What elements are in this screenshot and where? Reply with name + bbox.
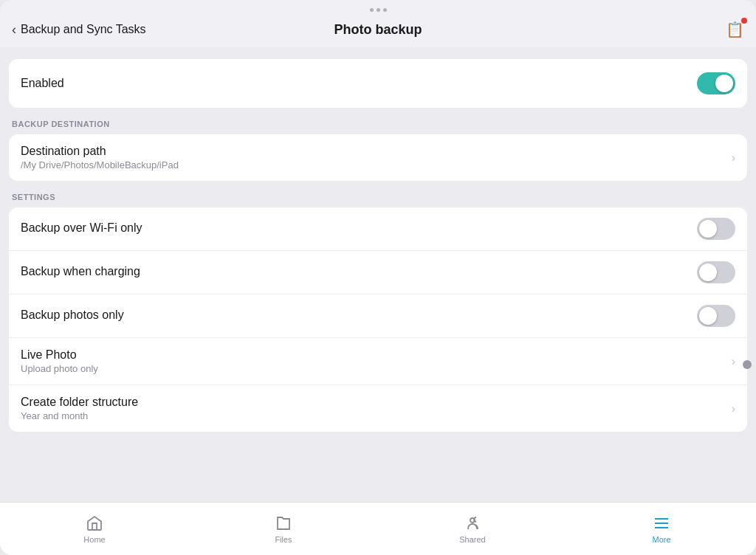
live-photo-content: Live Photo Upload photo only: [21, 348, 726, 374]
photos-only-row: Backup photos only: [9, 294, 747, 338]
wifi-only-toggle-thumb: [699, 220, 717, 238]
nav-more-label: More: [652, 535, 670, 544]
folder-structure-content: Create folder structure Year and month: [21, 396, 726, 421]
folder-structure-subtitle: Year and month: [21, 410, 726, 421]
nav-files-label: Files: [275, 535, 292, 544]
enabled-toggle[interactable]: [697, 72, 735, 94]
nav-item-files[interactable]: Files: [189, 509, 378, 550]
nav-item-shared[interactable]: Shared: [378, 509, 567, 550]
nav-home-label: Home: [83, 535, 105, 544]
settings-card: Backup over Wi-Fi only Backup when charg…: [9, 207, 747, 432]
nav-shared-label: Shared: [459, 535, 485, 544]
charging-content: Backup when charging: [21, 265, 697, 280]
photos-only-toggle[interactable]: [697, 305, 735, 327]
dot-1: [370, 8, 374, 12]
charging-row: Backup when charging: [9, 251, 747, 294]
folder-structure-chevron: ›: [732, 402, 735, 416]
enabled-label: Enabled: [21, 77, 64, 90]
destination-path-row[interactable]: Destination path /My Drive/Photos/Mobile…: [9, 134, 747, 181]
photos-only-title: Backup photos only: [21, 308, 697, 322]
destination-path-subtitle: /My Drive/Photos/MobileBackup/iPad: [21, 159, 726, 170]
bottom-nav: Home Files Shared More: [0, 502, 756, 555]
header: ‹ Backup and Sync Tasks Photo backup 📋: [0, 15, 756, 47]
charging-title: Backup when charging: [21, 265, 697, 278]
dot-3: [383, 8, 387, 12]
back-chevron-icon: ‹: [12, 22, 16, 38]
content-area: Enabled BACKUP DESTINATION Destination p…: [0, 47, 756, 502]
wifi-only-toggle[interactable]: [697, 218, 735, 240]
charging-toggle-thumb: [699, 263, 717, 281]
scroll-indicator: [743, 360, 752, 369]
photos-only-content: Backup photos only: [21, 308, 697, 323]
live-photo-subtitle: Upload photo only: [21, 363, 726, 374]
destination-path-content: Destination path /My Drive/Photos/Mobile…: [21, 145, 726, 170]
more-icon: [653, 514, 670, 532]
backup-destination-section-label: BACKUP DESTINATION: [9, 120, 747, 134]
nav-item-home[interactable]: Home: [0, 509, 189, 550]
live-photo-title: Live Photo: [21, 348, 726, 362]
shared-icon: [464, 514, 481, 532]
dot-2: [377, 8, 380, 12]
enabled-card: Enabled: [9, 59, 747, 108]
destination-path-chevron: ›: [732, 151, 735, 165]
main-wrapper: Enabled BACKUP DESTINATION Destination p…: [0, 47, 756, 502]
clipboard-icon[interactable]: 📋: [726, 21, 744, 38]
toggle-thumb: [715, 75, 733, 92]
notification-badge: [741, 18, 747, 24]
home-icon: [86, 514, 103, 532]
header-actions: 📋: [726, 21, 744, 38]
top-dots-bar: [0, 0, 756, 15]
wifi-only-content: Backup over Wi-Fi only: [21, 221, 697, 236]
files-icon: [275, 514, 292, 532]
folder-structure-title: Create folder structure: [21, 396, 726, 409]
wifi-only-title: Backup over Wi-Fi only: [21, 221, 697, 235]
nav-item-more[interactable]: More: [567, 509, 756, 550]
back-label: Backup and Sync Tasks: [21, 23, 146, 36]
page-title: Photo backup: [334, 22, 422, 38]
live-photo-chevron: ›: [732, 355, 735, 368]
live-photo-row[interactable]: Live Photo Upload photo only ›: [9, 338, 747, 385]
settings-section-label: SETTINGS: [9, 193, 747, 207]
folder-structure-row[interactable]: Create folder structure Year and month ›: [9, 385, 747, 432]
back-button[interactable]: ‹ Backup and Sync Tasks: [12, 22, 146, 38]
charging-toggle[interactable]: [697, 261, 735, 283]
backup-destination-card: Destination path /My Drive/Photos/Mobile…: [9, 134, 747, 181]
destination-path-title: Destination path: [21, 145, 726, 158]
wifi-only-row: Backup over Wi-Fi only: [9, 207, 747, 251]
enabled-row: Enabled: [9, 59, 747, 108]
photos-only-toggle-thumb: [699, 307, 717, 325]
